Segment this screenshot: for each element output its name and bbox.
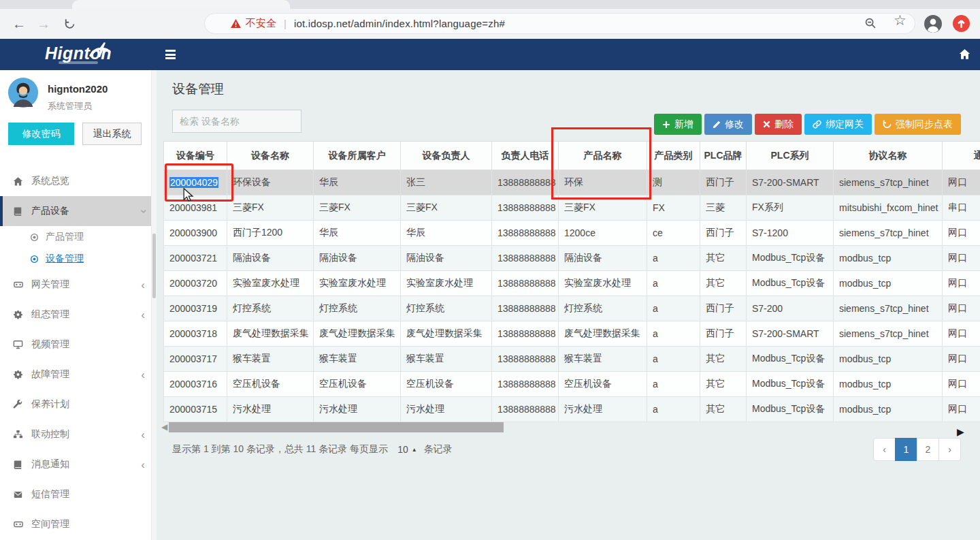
table-cell: 200003716: [164, 372, 227, 397]
column-header[interactable]: 负责人电话: [492, 142, 559, 170]
x-button[interactable]: 删除: [755, 114, 802, 135]
page-prev-button[interactable]: ‹: [873, 438, 896, 461]
table-cell: 华辰: [314, 221, 401, 246]
sidebar-item[interactable]: 系统总览: [0, 166, 157, 196]
sidebar-item[interactable]: 保养计划: [0, 390, 157, 419]
table-cell: 其它: [700, 397, 747, 422]
user-role: 系统管理员: [48, 100, 108, 112]
page-number-button[interactable]: 1: [895, 438, 917, 461]
table-row[interactable]: 200004029环保设备华辰张三13888888888环保测西门子S7-200…: [164, 170, 980, 195]
menu-hamburger-icon[interactable]: [165, 50, 176, 61]
change-password-button[interactable]: 修改密码: [8, 123, 74, 145]
sidebar-item[interactable]: 网关管理‹: [0, 270, 157, 300]
x-icon: [763, 121, 770, 128]
hscroll-left-arrow-icon[interactable]: ◀: [161, 422, 167, 432]
sidebar-item[interactable]: 产品设备‹: [0, 196, 157, 226]
column-header[interactable]: PLC品牌: [700, 142, 747, 170]
column-header[interactable]: 通讯: [943, 142, 980, 170]
link-button[interactable]: 绑定网关: [804, 114, 872, 135]
page-next-button[interactable]: ›: [938, 438, 961, 461]
table-row[interactable]: 200003900西门子1200华辰华辰138888888881200cece西…: [164, 221, 980, 246]
sidebar-subitem-label: 产品管理: [46, 231, 84, 243]
logout-button[interactable]: 退出系统: [82, 123, 142, 145]
hscroll-thumb[interactable]: [169, 422, 504, 432]
table-row[interactable]: 200003981三菱FX三菱FX三菱FX13888888888三菱FXFX三菱…: [164, 195, 980, 221]
username: hignton2020: [48, 83, 108, 95]
bookmark-star-icon[interactable]: ☆: [894, 12, 906, 29]
pagination-info-suffix: 条记录: [424, 443, 453, 456]
sidebar-item[interactable]: 联动控制‹: [0, 419, 157, 449]
table-cell: 污水处理: [314, 397, 401, 422]
table-cell: modbus_tcp: [834, 347, 943, 372]
table-cell: 灯控系统: [559, 296, 647, 321]
table-cell: 13888888888: [492, 372, 559, 397]
reload-icon[interactable]: [59, 9, 80, 39]
column-header[interactable]: 产品类别: [647, 142, 700, 170]
table-row[interactable]: 200003718废气处理数据采集废气处理数据采集废气处理数据采集1388888…: [164, 321, 980, 347]
sidebar-subitem[interactable]: 产品管理: [0, 226, 157, 248]
table-cell: 灯控系统: [227, 296, 314, 321]
table-cell: 实验室废水处理: [227, 271, 314, 296]
table-cell: 13888888888: [492, 271, 559, 296]
column-header[interactable]: 设备所属客户: [314, 142, 401, 170]
pencil-button[interactable]: 修改: [704, 114, 752, 135]
toolbar-button-label: 修改: [725, 118, 744, 131]
table-cell: S7-200-SMART: [747, 321, 834, 347]
book-icon: [13, 206, 31, 217]
plus-icon: [662, 121, 670, 129]
monitor-icon: [13, 340, 31, 349]
sidebar-item[interactable]: 空间管理: [0, 509, 157, 539]
table-row[interactable]: 200003719灯控系统灯控系统灯控系统13888888888灯控系统a西门子…: [164, 296, 980, 321]
table-cell: 环保: [559, 170, 647, 195]
column-header[interactable]: PLC系列: [747, 142, 834, 170]
gears-icon: [13, 310, 31, 319]
table-cell: Modbus_Tcp设备: [747, 347, 834, 372]
refresh-button[interactable]: 强制同步点表: [875, 114, 961, 135]
table-row[interactable]: 200003717猴车装置猴车装置猴车装置13888888888猴车装置a其它M…: [164, 347, 980, 372]
zoom-out-icon[interactable]: [864, 17, 877, 32]
sidebar-scrollbar-thumb[interactable]: [152, 234, 156, 298]
page-number-button[interactable]: 2: [917, 438, 939, 461]
sidebar-subitem[interactable]: 设备管理: [0, 248, 157, 270]
sidebar-item[interactable]: 消息通知‹: [0, 449, 157, 479]
search-input[interactable]: [172, 110, 301, 133]
update-icon[interactable]: [952, 14, 970, 35]
table-row[interactable]: 200003715污水处理污水处理污水处理13888888888污水处理a其它M…: [164, 397, 980, 422]
column-header[interactable]: 设备编号: [164, 142, 227, 170]
sidebar-item[interactable]: 短信管理: [0, 479, 157, 509]
column-header[interactable]: 产品名称: [559, 142, 647, 170]
page-size-dropdown[interactable]: 10 ▲: [397, 444, 417, 455]
browser-tab[interactable]: [72, 0, 290, 9]
sidebar-subitem-label: 设备管理: [46, 253, 84, 265]
dot-circle-icon: [30, 255, 46, 264]
browser-tabstrip: [0, 0, 980, 9]
sidebar-item[interactable]: 视频管理: [0, 330, 157, 360]
column-header[interactable]: 设备负责人: [401, 142, 492, 170]
home-icon[interactable]: [959, 48, 970, 63]
column-header[interactable]: 协议名称: [834, 142, 943, 170]
table-cell: 200003981: [164, 195, 227, 221]
table-row[interactable]: 200003720实验室废水处理实验室废水处理实验室废水处理1388888888…: [164, 271, 980, 296]
forward-arrow-icon[interactable]: →: [33, 9, 54, 39]
back-arrow-icon[interactable]: ←: [8, 9, 30, 39]
deer-logo-icon: [86, 39, 114, 60]
table-cell: 测: [647, 170, 700, 195]
table-cell: siemens_s7tcp_hinet: [834, 221, 943, 246]
table-cell: 三菱: [700, 195, 747, 221]
table-row[interactable]: 200003721隔油设备隔油设备隔油设备13888888888隔油设备a其它M…: [164, 246, 980, 271]
sidebar-item[interactable]: 故障管理‹: [0, 360, 157, 390]
sidebar-item-label: 保养计划: [31, 398, 69, 411]
plus-button[interactable]: 新增: [654, 114, 702, 135]
table-cell: 空压机设备: [314, 372, 401, 397]
sidebar-item[interactable]: 组态管理‹: [0, 300, 157, 330]
profile-icon[interactable]: [924, 14, 943, 36]
hscroll-right-arrow-icon[interactable]: ▶: [957, 426, 964, 437]
address-bar[interactable]: 不安全 | iot.idosp.net/admin/index.html?lan…: [204, 13, 915, 34]
table-cell: 200003715: [164, 397, 227, 422]
table-cell: S7-1200: [747, 221, 834, 246]
table-row[interactable]: 200003716空压机设备空压机设备空压机设备13888888888空压机设备…: [164, 372, 980, 397]
column-header[interactable]: 设备名称: [227, 142, 314, 170]
table-cell: 西门子: [700, 170, 747, 195]
pencil-icon: [713, 121, 721, 129]
chevron-left-icon: ‹: [141, 279, 145, 291]
